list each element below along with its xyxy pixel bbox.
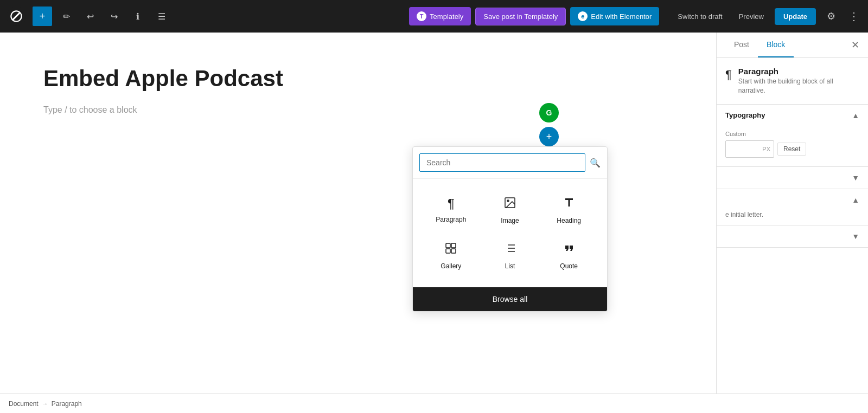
gear-icon: ⚙ <box>827 10 835 22</box>
svg-point-2 <box>507 200 509 202</box>
inserter-item-heading[interactable]: Heading <box>539 188 598 233</box>
tab-post[interactable]: Post <box>725 33 758 57</box>
redo-button[interactable]: ↪ <box>104 7 124 26</box>
reset-button[interactable]: Reset <box>777 143 806 156</box>
tab-block[interactable]: Block <box>758 33 794 57</box>
wp-logo[interactable] <box>7 7 26 26</box>
typography-chevron-icon: ▲ <box>852 111 859 120</box>
sidebar-section-4: ▼ <box>717 225 868 248</box>
sidebar-section-3-header[interactable]: ▲ <box>717 189 868 211</box>
sidebar-section-2-header[interactable]: ▼ <box>717 167 868 189</box>
breadcrumb-paragraph[interactable]: Paragraph <box>52 400 82 408</box>
float-controls: G + <box>539 103 559 146</box>
sidebar-section-2: ▼ <box>717 167 868 189</box>
quote-icon <box>563 242 576 258</box>
quote-label: Quote <box>560 262 578 270</box>
svg-rect-6 <box>451 249 456 253</box>
gallery-icon <box>444 242 457 258</box>
list-view-button[interactable]: ☰ <box>152 7 171 26</box>
block-info: ¶ Paragraph Start with the building bloc… <box>717 58 868 105</box>
svg-rect-5 <box>446 249 450 253</box>
inserter-grid: ¶ Paragraph Image <box>413 179 607 287</box>
more-options-button[interactable]: ⋮ <box>846 10 861 23</box>
sidebar-section-4-chevron: ▼ <box>852 232 859 241</box>
paragraph-label: Paragraph <box>436 216 466 223</box>
plus-icon: + <box>546 131 552 143</box>
main-layout: Embed Apple Podcast Type / to choose a b… <box>0 33 868 413</box>
add-block-float-button[interactable]: + <box>539 127 559 146</box>
sidebar-section-4-header[interactable]: ▼ <box>717 225 868 247</box>
sidebar-tabs: Post Block ✕ <box>717 33 868 58</box>
info-icon: ℹ <box>136 11 139 22</box>
sidebar: Post Block ✕ ¶ Paragraph Start with the … <box>716 33 868 413</box>
gallery-label: Gallery <box>441 262 461 270</box>
add-block-button[interactable]: + <box>33 7 52 26</box>
paragraph-icon: ¶ <box>448 196 455 211</box>
toolbar-right: Switch to draft Preview Update ⚙ ⋮ <box>672 7 861 26</box>
heading-label: Heading <box>557 217 581 224</box>
switch-to-draft-button[interactable]: Switch to draft <box>672 9 727 24</box>
breadcrumb-bar: Document → Paragraph <box>0 393 868 413</box>
list-label: List <box>505 262 515 270</box>
font-size-input[interactable]: PX <box>725 140 774 158</box>
templately-button[interactable]: T Templately <box>409 7 471 25</box>
block-description: Start with the building block of all nar… <box>738 77 859 95</box>
image-icon <box>503 196 516 212</box>
grammarly-icon: G <box>546 108 552 117</box>
heading-icon <box>563 196 576 212</box>
sidebar-close-button[interactable]: ✕ <box>851 33 859 57</box>
sidebar-partial-text: e initial letter. <box>717 211 868 225</box>
elementor-button[interactable]: e Edit with Elementor <box>570 7 659 25</box>
font-unit: PX <box>762 146 770 152</box>
settings-button[interactable]: ⚙ <box>821 7 841 26</box>
close-icon: ✕ <box>851 39 859 51</box>
toolbar: + ✏ ↩ ↪ ℹ ☰ T Templately Save post in Te… <box>0 0 868 33</box>
sidebar-section-2-chevron: ▼ <box>852 173 859 182</box>
svg-rect-3 <box>446 243 450 248</box>
typography-section-title: Typography <box>725 111 765 119</box>
block-info-text: Paragraph Start with the building block … <box>738 67 859 95</box>
block-placeholder[interactable]: Type / to choose a block <box>43 105 673 115</box>
breadcrumb-document[interactable]: Document <box>9 400 39 408</box>
svg-rect-4 <box>451 243 456 248</box>
pen-icon: ✏ <box>63 11 70 22</box>
paragraph-block-icon: ¶ <box>725 68 732 82</box>
block-inserter-popup: 🔍 ¶ Paragraph Im <box>412 146 608 312</box>
redo-icon: ↪ <box>111 11 118 22</box>
typography-section-header[interactable]: Typography ▲ <box>717 105 868 126</box>
undo-button[interactable]: ↩ <box>80 7 100 26</box>
undo-icon: ↩ <box>87 11 94 22</box>
templately-icon: T <box>417 11 426 21</box>
update-button[interactable]: Update <box>775 8 816 25</box>
image-label: Image <box>501 217 519 224</box>
typography-content: Custom PX Reset <box>717 126 868 166</box>
list-icon: ☰ <box>158 11 165 22</box>
inserter-item-list[interactable]: List <box>481 233 540 279</box>
custom-label: Custom <box>725 131 859 137</box>
custom-input-row: PX Reset <box>725 140 859 158</box>
save-templately-button[interactable]: Save post in Templately <box>475 8 566 25</box>
block-name: Paragraph <box>738 67 859 76</box>
inserter-item-quote[interactable]: Quote <box>539 233 598 279</box>
browse-all-button[interactable]: Browse all <box>413 287 607 311</box>
more-icon: ⋮ <box>848 10 859 22</box>
grammarly-button[interactable]: G <box>539 103 559 122</box>
search-input[interactable] <box>419 153 585 172</box>
search-icon: 🔍 <box>590 158 601 168</box>
info-button[interactable]: ℹ <box>128 7 148 26</box>
preview-button[interactable]: Preview <box>733 9 769 24</box>
sidebar-section-3-chevron: ▲ <box>852 196 859 204</box>
typography-section: Typography ▲ Custom PX Reset <box>717 105 868 167</box>
breadcrumb-arrow: → <box>42 400 48 408</box>
inserter-search-area: 🔍 <box>413 147 607 179</box>
elementor-icon: e <box>578 11 588 21</box>
inserter-item-image[interactable]: Image <box>481 188 540 233</box>
inserter-item-gallery[interactable]: Gallery <box>422 233 481 279</box>
list-block-icon <box>503 242 516 258</box>
edit-button[interactable]: ✏ <box>56 7 76 26</box>
sidebar-section-3: ▲ e initial letter. <box>717 189 868 225</box>
post-title[interactable]: Embed Apple Podcast <box>43 65 673 92</box>
editor-area[interactable]: Embed Apple Podcast Type / to choose a b… <box>0 33 716 413</box>
inserter-item-paragraph[interactable]: ¶ Paragraph <box>422 188 481 233</box>
